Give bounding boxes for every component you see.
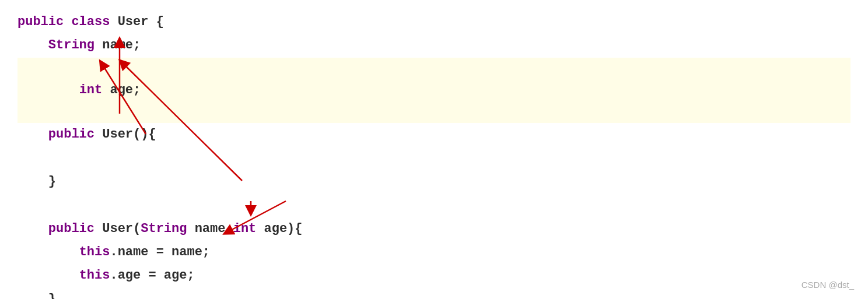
line10-rest: .age = age; [110,265,194,286]
code-line-6: } [18,170,850,194]
code-line-4: public User(){ [18,123,850,146]
line8-indent [18,219,48,240]
watermark: CSDN @dst_ [802,280,854,290]
keyword-public-3: public [48,219,102,240]
code-line-3: int age; [18,58,850,124]
keyword-string: String [48,35,102,56]
line2-rest: name; [102,35,141,56]
line8-name: name, [195,219,233,240]
keyword-public-2: public [48,124,102,145]
keyword-public: public [18,12,71,33]
code-line-7 [18,194,850,217]
code-block: public class User { String name; int age… [0,0,868,299]
line9-rest: .name = name; [110,242,210,263]
line3-indent [48,83,79,97]
line4-indent [18,124,48,145]
keyword-class: class [71,12,117,33]
keyword-this-2: this [79,265,110,286]
line8-user: User( [102,219,141,240]
class-name: User { [118,12,164,33]
code-line-11: } [18,288,850,299]
code-line-8: public User(String name,int age){ [18,217,850,241]
code-line-2: String name; [18,34,850,57]
code-line-9: this.name = name; [18,241,850,264]
code-line-5 [18,147,850,170]
line4-rest: User(){ [102,124,156,145]
line10-indent [18,265,79,286]
keyword-this-1: this [79,242,110,263]
line6-text: } [18,171,56,192]
keyword-int-2: int [233,219,264,240]
keyword-int-1: int [79,83,110,97]
line2-text [18,35,48,56]
line3-rest: age; [110,83,141,97]
line8-rest: age){ [264,219,303,240]
line11-text: } [18,289,56,299]
keyword-string-2: String [141,219,194,240]
code-line-10: this.age = age; [18,264,850,287]
code-line-1: public class User { [18,10,850,34]
line9-indent [18,242,79,263]
